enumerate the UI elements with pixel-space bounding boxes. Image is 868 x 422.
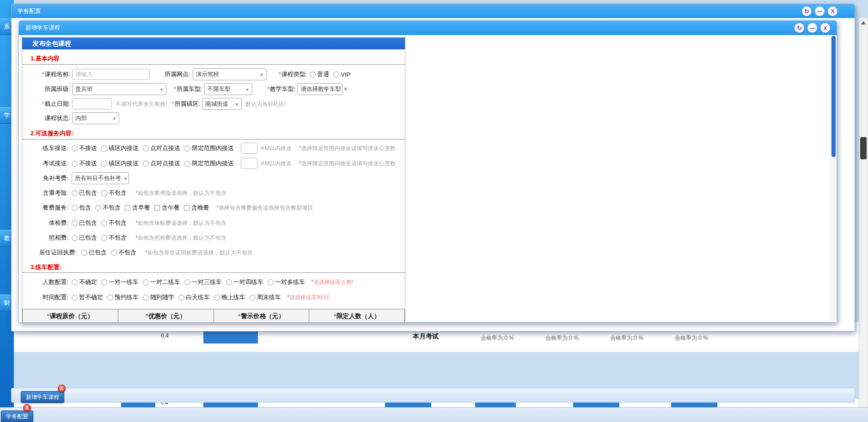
radio-people-1on4[interactable]: 一对四练车 xyxy=(226,278,263,286)
radio-people-1onmany[interactable]: 一对多练车 xyxy=(268,278,305,286)
row-physical-fee: 体检费: 已包含 不包含 *如包含体检费请选择，默认为不包含 xyxy=(22,217,405,229)
checkbox-breakfast[interactable]: 含早餐 xyxy=(125,204,150,212)
page-scrollbar-thumb[interactable] xyxy=(860,137,867,159)
scroll-up-arrow[interactable] xyxy=(859,19,868,26)
option-label: 白天练车 xyxy=(186,293,210,301)
deadline-hint: 不填写代表永久有效! xyxy=(116,100,167,108)
window-titlebar[interactable]: 新增学车课程 ↻ — X xyxy=(19,21,837,35)
pass-rate-label: 合格率为:0 % xyxy=(545,334,579,342)
minimize-button[interactable]: — xyxy=(807,23,817,33)
taskbar-tab-close-badge[interactable]: X xyxy=(23,404,31,412)
physical-fee-label: 体检费: xyxy=(22,219,68,227)
close-button[interactable]: X xyxy=(828,6,837,16)
option-label: 不包含 xyxy=(109,189,127,197)
radio-practice-range-pickup[interactable]: 限定范围内接送 xyxy=(184,144,234,152)
price-col-original: *课程原价（元） xyxy=(23,309,118,323)
exam-pickup-hint: *选择限定范围内接送请填写接送公里数 xyxy=(299,160,396,168)
option-label: 已包含 xyxy=(79,234,97,242)
window-titlebar[interactable]: 学务配置 ↻ — X xyxy=(12,4,855,18)
nav-item-label: 系 xyxy=(4,23,10,31)
radio-residence-included[interactable]: 已包含 xyxy=(81,248,107,257)
town-select[interactable]: 南城街道∨ xyxy=(202,98,242,110)
teach-car-type-select[interactable]: 请选择教学车型∨ xyxy=(297,83,342,95)
option-label: 含晚餐 xyxy=(191,204,209,212)
radio-exam-range-pickup[interactable]: 限定范围内接送 xyxy=(184,159,234,168)
radio-course-type-normal[interactable]: 普通 xyxy=(310,70,329,78)
exam-km-input[interactable] xyxy=(241,158,257,169)
radio-course-type-vip[interactable]: VIP xyxy=(333,71,350,78)
checkbox-lunch[interactable]: 含午餐 xyxy=(154,204,180,212)
label-text: 课程名称: xyxy=(44,71,70,78)
makeup-fee-label: 免补考费: xyxy=(22,174,68,182)
taskbar-tab-close-badge[interactable]: X xyxy=(58,385,66,392)
status-select[interactable]: 内部∨ xyxy=(72,112,119,124)
radio-people-1on2[interactable]: 一对二练车 xyxy=(143,278,180,286)
hint-text: 如包含重考险请选择，默认为不包含 xyxy=(138,190,226,196)
radio-people-1on1[interactable]: 一对一练车 xyxy=(101,278,139,286)
radio-icon xyxy=(111,250,117,256)
class-level-select[interactable]: 贵宾班∨ xyxy=(72,83,166,95)
makeup-fee-select[interactable]: 所有科目不包补考∨ xyxy=(72,172,129,184)
radio-time-daytime[interactable]: 白天练车 xyxy=(178,293,210,301)
refresh-button[interactable]: ↻ xyxy=(795,23,804,33)
radio-time-undecided[interactable]: 暂不确定 xyxy=(72,293,103,301)
window-title: 新增学车课程 xyxy=(19,24,795,32)
row-retest-insurance: 含重考险: 已包含 不包含 *如包含重考险请选择，默认为不包含 xyxy=(22,187,405,199)
pass-rate-label: 合格率为:0 % xyxy=(610,334,643,342)
inner-scrollbar-thumb[interactable] xyxy=(831,36,836,157)
chevron-down-icon: ∨ xyxy=(160,87,163,91)
hint-text: 如包含体检费请选择，默认为不包含 xyxy=(138,220,226,226)
radio-residence-excluded[interactable]: 不包含 xyxy=(111,248,136,257)
close-button[interactable]: X xyxy=(820,23,830,33)
required-star: * xyxy=(146,313,148,320)
inner-scrollbar-track[interactable] xyxy=(831,36,836,321)
radio-icon xyxy=(250,295,256,301)
radio-meal-excluded[interactable]: 不包含 xyxy=(95,204,121,212)
refresh-button[interactable]: ↻ xyxy=(802,6,812,16)
practice-km-input[interactable] xyxy=(241,143,257,154)
minimize-button[interactable]: — xyxy=(815,6,825,16)
row-makeup-fee: 免补考费: 所有科目不包补考∨ xyxy=(22,172,405,185)
radio-meal-included[interactable]: 包含 xyxy=(72,204,91,212)
radio-photo-included[interactable]: 已包含 xyxy=(72,234,97,242)
row-residence-fee: 居住证回执费: 已包含 不包含 *如包含居住证回执费请选择，默认为不包含 xyxy=(22,246,405,259)
radio-practice-town-pickup[interactable]: 镇区内接送 xyxy=(101,144,139,152)
radio-people-undecided[interactable]: 不确定 xyxy=(72,278,97,286)
radio-time-anytime[interactable]: 随到随学 xyxy=(143,293,174,301)
radio-photo-excluded[interactable]: 不包含 xyxy=(101,234,127,242)
radio-practice-no-pickup[interactable]: 不接送 xyxy=(72,144,97,152)
price-table-header-row: *课程原价（元） *优惠价（元） *警示价格（元） *限定人数（人） xyxy=(23,309,405,323)
page-scrollbar-track[interactable] xyxy=(859,18,868,407)
option-label: 一对多练车 xyxy=(275,278,305,286)
radio-people-1on3[interactable]: 一对三练车 xyxy=(184,278,222,286)
radio-time-evening[interactable]: 晚上练车 xyxy=(214,293,245,301)
radio-time-weekend[interactable]: 周末练车 xyxy=(250,293,281,301)
branch-label: 所属网点: xyxy=(165,70,190,78)
car-type-select[interactable]: 不限车型∨ xyxy=(204,83,252,95)
divider xyxy=(22,139,405,139)
branch-select[interactable]: 演示驾校∨ xyxy=(193,68,267,80)
row-time-config: 时间配置: 暂不确定 预约练车 随到随学 白天练车 晚上练车 周末练车 *请选择… xyxy=(22,290,405,304)
checkbox-dinner[interactable]: 含晚餐 xyxy=(184,204,209,212)
header-text: 警示价格（元） xyxy=(241,313,285,320)
form-title: 发布全包课程 xyxy=(22,37,405,49)
course-name-input[interactable] xyxy=(72,69,150,80)
radio-exam-town-pickup[interactable]: 镇区内接送 xyxy=(101,159,139,168)
window-title: 学务配置 xyxy=(12,7,802,15)
window-controls: ↻ — X xyxy=(802,6,837,16)
radio-retest-excluded[interactable]: 不包含 xyxy=(101,189,127,197)
radio-physical-included[interactable]: 已包含 xyxy=(72,219,97,227)
radio-practice-p2p-pickup[interactable]: 点对点接送 xyxy=(143,144,180,152)
radio-physical-excluded[interactable]: 不包含 xyxy=(101,219,127,227)
radio-exam-no-pickup[interactable]: 不接送 xyxy=(72,159,97,168)
nav-item-label: 教 xyxy=(4,234,10,242)
radio-retest-included[interactable]: 已包含 xyxy=(72,189,97,197)
taskbar-tab-xuewu-config[interactable]: 学务配置 xyxy=(1,410,33,422)
chevron-down-icon: ∨ xyxy=(245,87,249,91)
option-label: 包含 xyxy=(79,204,91,212)
radio-exam-p2p-pickup[interactable]: 点对点接送 xyxy=(143,159,180,168)
radio-time-appointment[interactable]: 预约练车 xyxy=(107,293,139,301)
taskbar-tab-new-course[interactable]: 新增学车课程 xyxy=(21,391,64,403)
deadline-input[interactable] xyxy=(72,98,112,109)
row-deadline-town: *截止日期: 不填写代表永久有效! *所属镇区: 南城街道∨ 默认为当前社区! xyxy=(22,97,405,111)
